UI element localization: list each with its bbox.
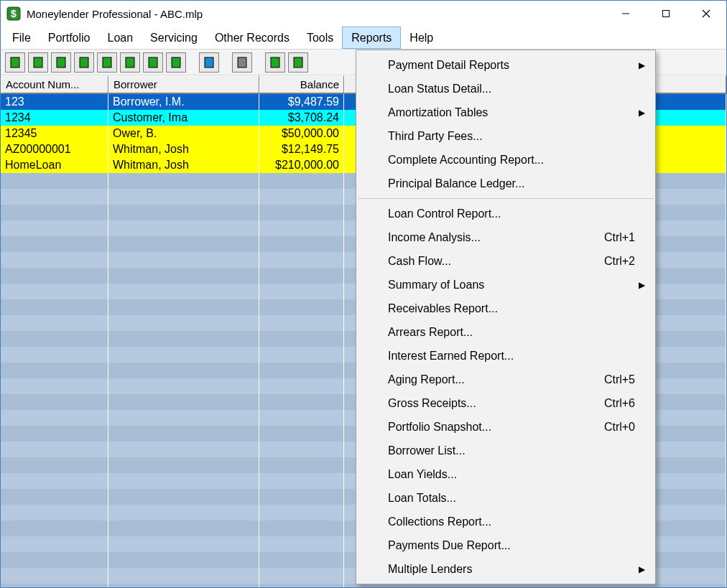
tool-5-button[interactable] <box>97 52 117 73</box>
reports-menu-item[interactable]: Third Party Fees... <box>356 124 655 148</box>
cell-balance: $50,000.00 <box>259 126 344 141</box>
menubar: FilePortfolioLoanServicingOther RecordsT… <box>1 27 726 50</box>
svg-rect-9 <box>80 57 88 67</box>
svg-rect-3 <box>663 11 670 17</box>
tool-3-button[interactable] <box>51 52 71 73</box>
menu-file[interactable]: File <box>4 27 40 49</box>
menu-item-label: Collections Report... <box>388 515 635 528</box>
cell-balance: $210,000.00 <box>259 157 344 173</box>
menu-item-accel: Ctrl+0 <box>604 421 635 434</box>
menu-reports[interactable]: Reports <box>342 27 401 49</box>
menu-item-label: Arrears Report... <box>388 326 635 339</box>
tool-7-button[interactable] <box>143 52 163 73</box>
reports-menu-item[interactable]: Aging Report...Ctrl+5 <box>356 368 655 391</box>
reports-menu-item[interactable]: Complete Accounting Report... <box>356 148 655 172</box>
svg-text:$: $ <box>11 8 17 19</box>
menu-item-label: Complete Accounting Report... <box>388 154 635 167</box>
reports-menu-item[interactable]: Summary of Loans▶ <box>356 273 655 297</box>
header-account[interactable]: Account Num... <box>1 75 108 93</box>
menu-item-label: Income Analysis... <box>388 231 604 244</box>
svg-rect-6 <box>11 57 19 67</box>
submenu-arrow-icon: ▶ <box>639 564 645 574</box>
submenu-arrow-icon: ▶ <box>639 108 645 118</box>
tool-12-button[interactable] <box>288 52 308 73</box>
menu-item-accel: Ctrl+6 <box>604 397 635 410</box>
menu-item-accel: Ctrl+5 <box>604 373 635 386</box>
tool-10-button[interactable] <box>232 52 252 73</box>
menu-item-label: Portfolio Snapshot... <box>388 421 604 434</box>
menu-item-label: Gross Receipts... <box>388 397 604 410</box>
reports-menu-item[interactable]: Loan Status Detail... <box>356 77 655 101</box>
reports-menu-item[interactable]: Income Analysis...Ctrl+1 <box>356 225 655 249</box>
menu-portfolio[interactable]: Portfolio <box>40 27 99 49</box>
reports-menu-item[interactable]: Collections Report... <box>356 510 655 533</box>
menu-item-label: Loan Status Detail... <box>388 83 635 95</box>
svg-rect-16 <box>271 57 279 67</box>
app-window: $ Moneylender Professional - ABC.mlp Fil… <box>0 0 727 588</box>
reports-menu-item[interactable]: Borrower List... <box>356 439 655 462</box>
close-button[interactable] <box>686 1 726 27</box>
menu-tools[interactable]: Tools <box>298 27 342 49</box>
cell-borrower: Whitman, Josh <box>108 141 259 157</box>
cell-balance: $12,149.75 <box>259 141 344 157</box>
svg-rect-17 <box>294 57 302 67</box>
reports-menu-item[interactable]: Principal Balance Ledger... <box>356 172 655 195</box>
menu-item-label: Multiple Lenders <box>388 563 635 576</box>
svg-rect-11 <box>126 57 134 67</box>
tool-9-button[interactable] <box>199 52 219 73</box>
cell-account: 1234 <box>1 110 108 126</box>
menu-servicing[interactable]: Servicing <box>142 27 206 49</box>
menu-item-label: Loan Yields... <box>388 468 635 481</box>
window-title: Moneylender Professional - ABC.mlp <box>27 8 606 20</box>
menu-item-accel: Ctrl+1 <box>604 231 635 244</box>
reports-menu-item[interactable]: Payments Due Report... <box>356 533 655 557</box>
reports-menu-item[interactable]: Receivables Report... <box>356 297 655 320</box>
reports-menu-item[interactable]: Portfolio Snapshot...Ctrl+0 <box>356 415 655 439</box>
menu-loan[interactable]: Loan <box>98 27 142 49</box>
menu-item-label: Loan Control Report... <box>388 207 635 220</box>
menu-item-label: Payment Detail Reports <box>388 59 635 72</box>
cell-borrower: Customer, Ima <box>108 110 259 126</box>
svg-rect-7 <box>34 57 42 67</box>
reports-menu-item[interactable]: Amortization Tables▶ <box>356 101 655 124</box>
svg-rect-13 <box>172 57 180 67</box>
tool-11-button[interactable] <box>265 52 285 73</box>
app-icon: $ <box>6 6 21 21</box>
menu-help[interactable]: Help <box>401 27 442 49</box>
reports-menu-item[interactable]: Arrears Report... <box>356 320 655 344</box>
cell-borrower: Ower, B. <box>108 126 259 141</box>
menu-item-accel: Ctrl+2 <box>604 255 635 268</box>
reports-menu-dropdown: Payment Detail Reports▶Loan Status Detai… <box>356 50 656 584</box>
header-borrower[interactable]: Borrower <box>108 75 259 93</box>
reports-menu-item[interactable]: Loan Totals... <box>356 486 655 510</box>
reports-menu-item[interactable]: Loan Control Report... <box>356 202 655 225</box>
tool-6-button[interactable] <box>120 52 140 73</box>
tool-1-button[interactable] <box>5 52 25 73</box>
minimize-button[interactable] <box>606 1 646 27</box>
titlebar: $ Moneylender Professional - ABC.mlp <box>1 1 726 27</box>
reports-menu-item[interactable]: Cash Flow...Ctrl+2 <box>356 249 655 273</box>
cell-account: 12345 <box>1 126 108 141</box>
menu-item-label: Amortization Tables <box>388 106 635 119</box>
tool-8-button[interactable] <box>166 52 186 73</box>
menu-item-label: Borrower List... <box>388 444 635 457</box>
menu-item-label: Receivables Report... <box>388 302 635 315</box>
maximize-button[interactable] <box>646 1 686 27</box>
menu-item-label: Payments Due Report... <box>388 539 635 552</box>
reports-menu-item[interactable]: Payment Detail Reports▶ <box>356 53 655 77</box>
reports-menu-item[interactable]: Multiple Lenders▶ <box>356 557 655 581</box>
reports-menu-item[interactable]: Gross Receipts...Ctrl+6 <box>356 391 655 415</box>
cell-account: 123 <box>1 94 108 110</box>
tool-4-button[interactable] <box>74 52 94 73</box>
menu-other[interactable]: Other Records <box>206 27 298 49</box>
header-balance[interactable]: Balance <box>259 75 344 93</box>
submenu-arrow-icon: ▶ <box>639 280 645 290</box>
svg-rect-8 <box>57 57 65 67</box>
menu-item-label: Third Party Fees... <box>388 130 635 143</box>
reports-menu-item[interactable]: Interest Earned Report... <box>356 344 655 368</box>
svg-rect-12 <box>149 57 157 67</box>
menu-item-label: Interest Earned Report... <box>388 350 635 363</box>
reports-menu-item[interactable]: Loan Yields... <box>356 462 655 486</box>
tool-2-button[interactable] <box>28 52 48 73</box>
cell-balance: $9,487.59 <box>259 94 344 110</box>
